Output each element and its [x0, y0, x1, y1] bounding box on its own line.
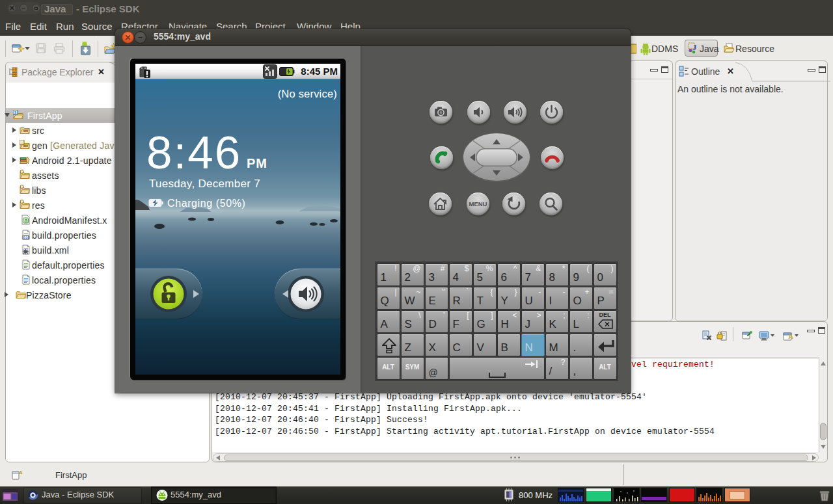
svg-text:J: J: [692, 42, 697, 52]
svg-text:J: J: [14, 111, 16, 115]
svg-text:010: 010: [23, 235, 30, 240]
svg-text:a: a: [25, 217, 28, 224]
